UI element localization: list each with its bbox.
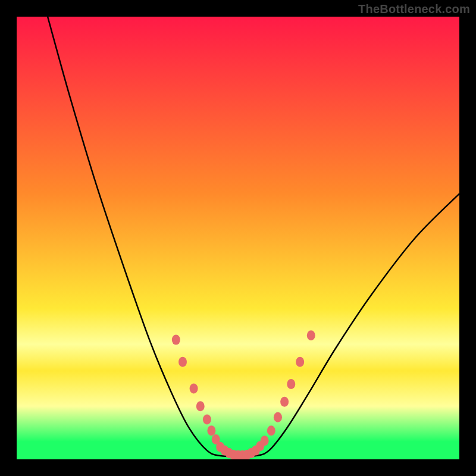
curve-marker [172, 335, 180, 345]
curve-marker [307, 330, 315, 340]
curve-marker [203, 415, 211, 425]
curve-marker [207, 425, 215, 436]
curve-marker [190, 383, 198, 393]
gradient-background [17, 17, 459, 459]
curve-marker [296, 357, 304, 367]
curve-marker [178, 357, 187, 367]
watermark-text: TheBottleneck.com [358, 2, 470, 16]
plot-area [17, 17, 459, 459]
bottleneck-plot [17, 17, 459, 459]
curve-marker [196, 401, 205, 411]
chart-frame: TheBottleneck.com [0, 0, 476, 476]
curve-marker [267, 425, 275, 436]
curve-marker [280, 397, 289, 407]
curve-marker [261, 436, 269, 446]
curve-marker [274, 412, 282, 422]
curve-marker [287, 379, 295, 389]
